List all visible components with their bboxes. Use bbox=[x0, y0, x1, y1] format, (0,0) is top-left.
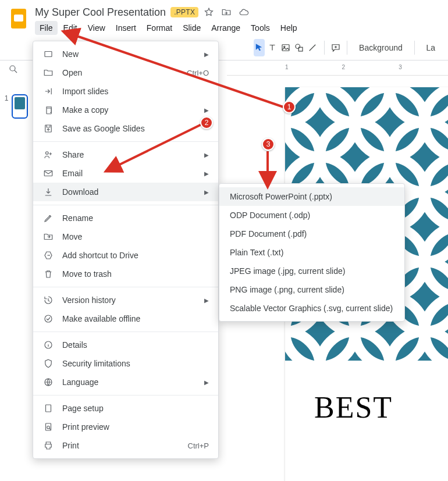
download-jpeg[interactable]: JPEG image (.jpg, current slide) bbox=[219, 262, 404, 280]
menu-label: Download bbox=[62, 187, 196, 197]
menu-label: Import slides bbox=[62, 87, 209, 96]
menu-print-preview[interactable]: Print preview bbox=[33, 418, 218, 436]
menubar: File Edit View Insert Format Slide Arran… bbox=[35, 21, 441, 35]
line-tool-icon[interactable] bbox=[307, 39, 318, 56]
select-tool-icon[interactable] bbox=[254, 39, 265, 56]
menu-security[interactable]: Security limitations bbox=[33, 354, 218, 373]
menu-tools[interactable]: Tools bbox=[246, 21, 275, 35]
menu-shortcut: Ctrl+P bbox=[188, 441, 209, 450]
menu-print[interactable]: Print Ctrl+P bbox=[33, 436, 218, 455]
comment-tool-icon[interactable] bbox=[330, 39, 341, 56]
menu-open[interactable]: Open Ctrl+O bbox=[33, 63, 218, 82]
menu-offline[interactable]: Make available offline bbox=[33, 309, 218, 328]
menu-save-google-slides[interactable]: Save as Google Slides bbox=[33, 119, 218, 138]
slide-heading[interactable]: BEST bbox=[314, 390, 393, 425]
menu-separator bbox=[33, 287, 218, 287]
menu-email[interactable]: Email ▶ bbox=[33, 164, 218, 183]
menu-label: Version history bbox=[62, 295, 196, 305]
download-png[interactable]: PNG image (.png, current slide) bbox=[219, 280, 404, 299]
download-odp[interactable]: ODP Document (.odp) bbox=[219, 206, 404, 225]
import-icon bbox=[42, 85, 54, 97]
offline-icon bbox=[42, 313, 54, 325]
download-submenu: Microsoft PowerPoint (.pptx) ODP Documen… bbox=[219, 183, 405, 322]
chevron-right-icon: ▶ bbox=[204, 170, 209, 177]
search-icon[interactable] bbox=[8, 64, 24, 80]
file-type-badge: .PPTX bbox=[170, 7, 198, 17]
menu-separator bbox=[33, 395, 218, 396]
menu-move-trash[interactable]: Move to trash bbox=[33, 265, 218, 283]
menu-import-slides[interactable]: Import slides bbox=[33, 82, 218, 101]
move-icon bbox=[42, 231, 54, 243]
menu-label: Add shortcut to Drive bbox=[62, 251, 209, 260]
menu-label: Details bbox=[62, 340, 209, 350]
print-icon bbox=[42, 440, 54, 451]
menu-label: Print bbox=[62, 441, 180, 450]
menu-label: Make a copy bbox=[62, 105, 196, 115]
menu-details[interactable]: Details bbox=[33, 336, 218, 354]
svg-rect-12 bbox=[45, 52, 52, 57]
ruler-tick: 1 bbox=[285, 64, 289, 75]
folder-icon bbox=[42, 67, 54, 79]
download-svg[interactable]: Scalable Vector Graphics (.svg, current … bbox=[219, 299, 404, 318]
menu-label: Rename bbox=[62, 213, 209, 223]
pencil-icon bbox=[42, 212, 54, 224]
menu-new[interactable]: New ▶ bbox=[33, 45, 218, 63]
menu-label: Open bbox=[62, 68, 179, 77]
slides-logo-icon[interactable] bbox=[7, 7, 30, 30]
cloud-status-icon[interactable] bbox=[238, 6, 250, 18]
print-preview-icon bbox=[42, 421, 54, 433]
download-pptx[interactable]: Microsoft PowerPoint (.pptx) bbox=[219, 187, 404, 206]
background-button[interactable]: Background bbox=[353, 43, 408, 52]
email-icon bbox=[42, 168, 54, 179]
text-box-tool-icon[interactable] bbox=[267, 39, 278, 56]
svg-rect-0 bbox=[282, 44, 289, 51]
image-tool-icon[interactable] bbox=[280, 39, 291, 56]
menu-move[interactable]: Move bbox=[33, 227, 218, 246]
menu-rename[interactable]: Rename bbox=[33, 209, 218, 227]
menu-download[interactable]: Download ▶ bbox=[33, 183, 218, 201]
svg-point-4 bbox=[10, 66, 15, 71]
menu-format[interactable]: Format bbox=[142, 21, 177, 35]
download-icon bbox=[42, 186, 54, 198]
download-pdf[interactable]: PDF Document (.pdf) bbox=[219, 225, 404, 243]
chevron-right-icon: ▶ bbox=[204, 152, 209, 158]
menu-edit[interactable]: Edit bbox=[59, 21, 82, 35]
menu-version-history[interactable]: Version history ▶ bbox=[33, 291, 218, 309]
shape-tool-icon[interactable] bbox=[294, 39, 305, 56]
menu-language[interactable]: Language ▶ bbox=[33, 373, 218, 391]
copy-icon bbox=[42, 104, 54, 116]
svg-point-22 bbox=[47, 426, 50, 429]
save-drive-icon bbox=[42, 123, 54, 134]
globe-icon bbox=[42, 376, 54, 388]
star-icon[interactable] bbox=[203, 6, 215, 18]
download-txt[interactable]: Plain Text (.txt) bbox=[219, 243, 404, 262]
menu-label: Share bbox=[62, 150, 196, 159]
menu-label: Make available offline bbox=[62, 314, 209, 323]
menu-separator bbox=[33, 205, 218, 205]
trash-icon bbox=[42, 268, 54, 280]
menu-share[interactable]: Share ▶ bbox=[33, 145, 218, 164]
menu-make-copy[interactable]: Make a copy ▶ bbox=[33, 101, 218, 119]
menu-slide[interactable]: Slide bbox=[178, 21, 205, 35]
menu-file[interactable]: File bbox=[35, 21, 58, 35]
menu-view[interactable]: View bbox=[83, 21, 110, 35]
new-slide-icon bbox=[42, 48, 54, 60]
menu-page-setup[interactable]: Page setup bbox=[33, 399, 218, 418]
file-menu-dropdown: New ▶ Open Ctrl+O Import slides Make a c… bbox=[33, 41, 219, 459]
move-folder-icon[interactable] bbox=[221, 6, 232, 18]
menu-separator bbox=[33, 332, 218, 332]
chevron-right-icon: ▶ bbox=[204, 107, 209, 113]
menu-insert[interactable]: Insert bbox=[111, 21, 141, 35]
menu-label: Move to trash bbox=[62, 269, 209, 279]
menu-shortcut: Ctrl+O bbox=[187, 69, 209, 77]
history-icon bbox=[42, 294, 54, 306]
menu-arrange[interactable]: Arrange bbox=[207, 21, 245, 35]
slide-thumbnail-1[interactable] bbox=[12, 94, 28, 119]
menu-help[interactable]: Help bbox=[276, 21, 302, 35]
svg-point-15 bbox=[46, 152, 49, 155]
page-setup-icon bbox=[42, 402, 54, 414]
doc-title[interactable]: My Super Cool Presentation bbox=[35, 6, 166, 19]
layout-button[interactable]: La bbox=[420, 43, 441, 52]
menu-add-shortcut[interactable]: Add shortcut to Drive bbox=[33, 246, 218, 265]
svg-rect-16 bbox=[44, 171, 52, 176]
